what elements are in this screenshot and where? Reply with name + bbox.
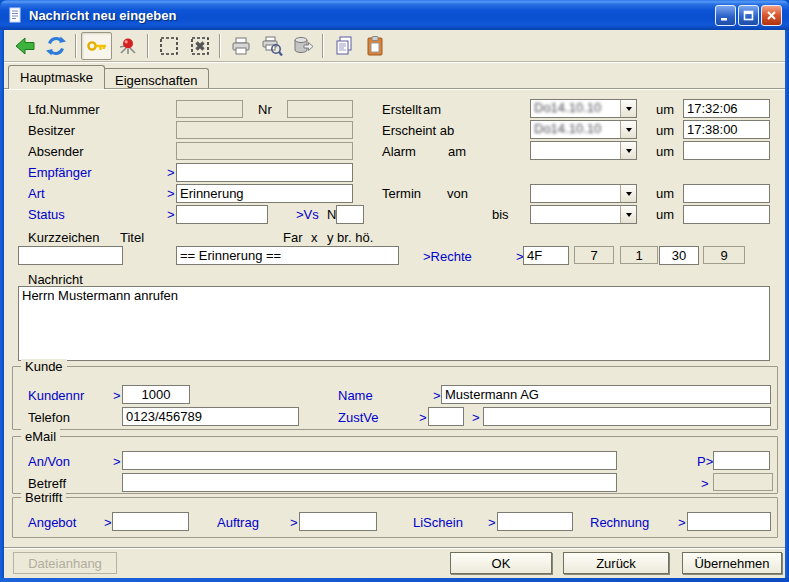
combo-erscheint-date[interactable]: Do14.10.10 (530, 120, 637, 139)
lischein-picker-marker[interactable]: > (488, 514, 496, 531)
name-picker-marker[interactable]: > (433, 387, 441, 404)
print-preview-icon (261, 35, 283, 57)
tab-eigenschaften[interactable]: Eigenschaften (103, 68, 209, 88)
label-termin-von-um: um (656, 185, 674, 202)
combo-termin-von-date[interactable] (530, 184, 637, 203)
input-telefon[interactable] (122, 407, 299, 426)
status-picker-marker[interactable]: > (167, 206, 175, 223)
input-kurzzeichen[interactable] (18, 246, 123, 265)
textarea-nachricht[interactable]: Herrn Mustermann anrufen (18, 286, 770, 361)
input-name[interactable] (441, 385, 771, 404)
label-kundennr: Kundennr (28, 387, 84, 404)
rechnung-picker-marker[interactable]: > (678, 514, 686, 531)
print-button[interactable] (225, 32, 256, 60)
kundennr-picker-marker[interactable]: > (113, 387, 121, 404)
label-absender: Absender (28, 143, 84, 160)
maximize-button[interactable] (738, 5, 759, 26)
zustve-picker-marker[interactable]: > (419, 409, 427, 426)
label-erstellt-um: um (656, 101, 674, 118)
auftrag-picker-marker[interactable]: > (290, 514, 298, 531)
label-rechte[interactable]: >Rechte (423, 248, 472, 265)
email-extra-marker[interactable]: > (701, 475, 709, 492)
input-angebot[interactable] (112, 512, 189, 531)
alarm-date-value (531, 142, 620, 159)
dropdown-arrow-icon[interactable] (620, 100, 636, 117)
input-zustve-code[interactable] (428, 407, 464, 426)
ok-button[interactable]: OK (450, 552, 552, 574)
input-x (620, 246, 658, 264)
tab-hauptmaske[interactable]: Hauptmaske (8, 65, 105, 89)
anvon-picker-marker[interactable]: > (113, 453, 121, 470)
label-empfaenger: Empfänger (28, 164, 92, 181)
termin-bis-date-value (531, 206, 620, 223)
paste-icon (364, 35, 386, 57)
tab-hauptmaske-label: Hauptmaske (20, 70, 93, 85)
close-button[interactable] (761, 5, 782, 26)
pin-button[interactable] (112, 32, 143, 60)
label-erstellt-am: am (423, 101, 441, 118)
erscheint-date-value: Do14.10.10 (531, 121, 620, 138)
art-picker-marker[interactable]: > (167, 185, 175, 202)
label-name: Name (338, 387, 373, 404)
label-vs[interactable]: >Vs (296, 206, 319, 223)
input-besitzer (176, 121, 353, 139)
input-email-extra (713, 473, 773, 491)
database-export-button[interactable] (287, 32, 318, 60)
empfaenger-picker-marker[interactable]: > (167, 164, 175, 181)
input-zustve-name[interactable] (483, 407, 771, 426)
label-alarm-am: am (448, 143, 466, 160)
zurueck-button[interactable]: Zurück (563, 552, 669, 574)
dropdown-arrow-icon[interactable] (620, 206, 636, 223)
toolbar-separator (147, 34, 149, 58)
select-button[interactable] (153, 32, 184, 60)
input-rechnung[interactable] (687, 512, 771, 531)
key-button[interactable] (81, 32, 112, 60)
close-icon (766, 10, 777, 21)
uebernehmen-label: Übernehmen (694, 556, 769, 571)
input-titel[interactable] (176, 246, 399, 265)
label-status: Status (28, 206, 65, 223)
input-anvon[interactable] (122, 451, 617, 470)
input-erscheint-time[interactable] (683, 120, 770, 139)
input-termin-bis-time[interactable] (683, 205, 770, 224)
uebernehmen-button[interactable]: Übernehmen (682, 552, 782, 574)
combo-alarm-date[interactable] (530, 141, 637, 160)
input-br[interactable] (659, 246, 699, 265)
dropdown-arrow-icon[interactable] (620, 121, 636, 138)
input-betreff[interactable] (122, 473, 617, 492)
cancel-select-icon (189, 35, 211, 57)
angebot-picker-marker[interactable]: > (104, 514, 112, 531)
input-lischein[interactable] (497, 512, 573, 531)
ok-label: OK (492, 556, 511, 571)
label-p[interactable]: P> (697, 453, 713, 470)
toolbar-separator (219, 34, 221, 58)
refresh-button[interactable] (40, 32, 71, 60)
cancel-select-button[interactable] (184, 32, 215, 60)
input-rechte[interactable] (523, 246, 569, 265)
zustve-name-picker-marker[interactable]: > (472, 409, 480, 426)
paste-button[interactable] (359, 32, 390, 60)
input-status[interactable] (176, 205, 268, 224)
dropdown-arrow-icon[interactable] (620, 142, 636, 159)
minimize-button[interactable] (715, 5, 736, 26)
input-kundennr[interactable] (122, 385, 190, 404)
combo-erstellt-date[interactable]: Do14.10.10 (530, 99, 637, 118)
header-x: x (311, 229, 318, 246)
combo-termin-bis-date[interactable] (530, 205, 637, 224)
input-p[interactable] (713, 451, 770, 470)
copy-button[interactable] (328, 32, 359, 60)
dropdown-arrow-icon[interactable] (620, 185, 636, 202)
input-auftrag[interactable] (299, 512, 377, 531)
back-button[interactable] (9, 32, 40, 60)
print-preview-button[interactable] (256, 32, 287, 60)
input-empfaenger[interactable] (176, 163, 353, 182)
input-art[interactable] (176, 184, 353, 203)
input-alarm-time[interactable] (683, 141, 770, 160)
input-vs[interactable] (336, 205, 364, 224)
copy-icon (333, 35, 355, 57)
label-besitzer: Besitzer (28, 122, 75, 139)
input-termin-von-time[interactable] (683, 184, 770, 203)
label-lfd-nummer: Lfd.Nummer (28, 101, 100, 118)
back-icon (14, 35, 36, 57)
input-erstellt-time[interactable] (683, 99, 770, 118)
